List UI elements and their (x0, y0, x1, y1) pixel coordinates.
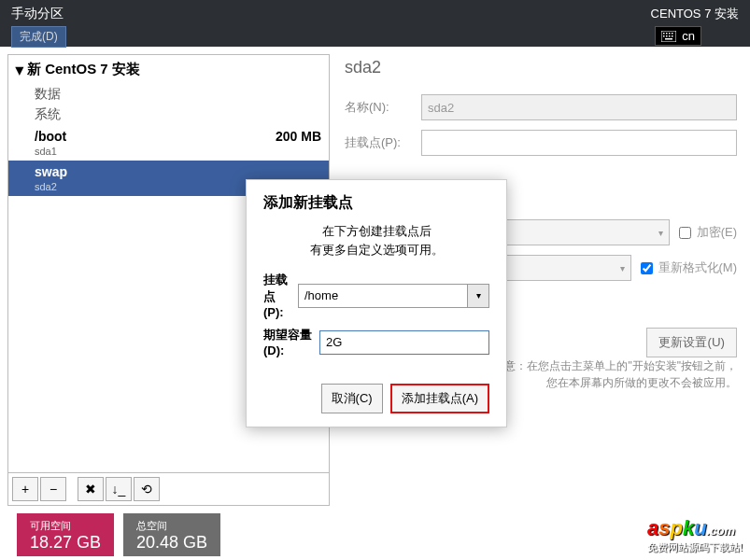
svg-rect-4 (672, 33, 673, 35)
done-button[interactable]: 完成(D) (11, 26, 66, 48)
add-partition-button[interactable]: + (12, 477, 38, 501)
mount-label: 挂载点(P): (345, 134, 412, 151)
dialog-size-label: 期望容量(D): (263, 327, 312, 357)
note-line2: 您在本屏幕内所做的更改不会被应用。 (546, 376, 737, 389)
keyboard-layout: cn (682, 29, 695, 43)
add-mountpoint-dialog: 添加新挂载点 在下方创建挂载点后 有更多自定义选项可用。 挂载点(P): ▾ 期… (246, 179, 507, 427)
partition-name: swap (35, 164, 67, 179)
available-space-box: 可用空间 18.27 GB (17, 513, 114, 556)
expand-icon: ▶ (14, 67, 26, 75)
svg-rect-8 (672, 35, 673, 37)
svg-rect-1 (663, 33, 665, 35)
reformat-checkbox[interactable] (641, 262, 653, 274)
encrypt-label: 加密(E) (697, 224, 737, 241)
partition-size: 200 MB (276, 129, 321, 157)
partition-device: sda2 (35, 181, 67, 192)
svg-rect-3 (669, 33, 671, 35)
page-title: 手动分区 (11, 6, 66, 22)
svg-rect-5 (663, 35, 665, 37)
svg-rect-9 (665, 38, 672, 40)
total-space-box: 总空间 20.48 GB (123, 513, 220, 556)
partition-name: /boot (35, 129, 66, 144)
keyboard-indicator[interactable]: cn (655, 26, 701, 46)
dialog-title: 添加新挂载点 (263, 193, 489, 213)
watermark: aspku.com 免费网站源码下载站! (647, 516, 743, 554)
update-settings-button[interactable]: 更新设置(U) (646, 328, 737, 357)
partition-item-boot[interactable]: /boot sda1 200 MB (8, 125, 329, 161)
keyboard-icon (661, 31, 676, 42)
dialog-text1: 在下方创建挂载点后 (322, 224, 432, 238)
dialog-mount-input[interactable] (298, 284, 467, 308)
svg-rect-6 (666, 35, 668, 37)
install-label: CENTOS 7 安装 (651, 6, 739, 22)
partition-device: sda1 (35, 146, 66, 157)
category-system: 系统 (8, 105, 329, 125)
cancel-button[interactable]: 取消(C) (321, 384, 383, 413)
chevron-down-icon: ▾ (658, 228, 663, 238)
tool-config-button[interactable]: ✖ (78, 477, 104, 501)
note-line1: 注意：在您点击主菜单上的"开始安装"按钮之前， (493, 359, 737, 372)
total-label: 总空间 (136, 519, 207, 533)
available-value: 18.27 GB (30, 533, 101, 553)
tool-reset-button[interactable]: ↓_ (106, 477, 132, 501)
available-label: 可用空间 (30, 519, 101, 533)
category-data: 数据 (8, 84, 329, 105)
name-label: 名称(N): (345, 99, 412, 116)
encrypt-checkbox[interactable] (679, 227, 691, 239)
reset-icon: ↓_ (112, 482, 126, 497)
svg-rect-7 (669, 35, 671, 37)
remove-partition-button[interactable]: − (40, 477, 66, 501)
dialog-text2: 有更多自定义选项可用。 (310, 243, 444, 257)
wrench-icon: ✖ (85, 482, 96, 497)
chevron-down-icon: ▾ (620, 263, 625, 273)
dialog-mount-dropdown[interactable]: ▾ (467, 284, 489, 308)
dialog-size-input[interactable] (319, 330, 489, 355)
partition-detail-title: sda2 (345, 58, 737, 77)
total-value: 20.48 GB (136, 533, 207, 553)
tree-root[interactable]: ▶新 CentOS 7 安装 (8, 55, 329, 84)
reformat-label: 重新格式化(M) (658, 259, 738, 276)
svg-rect-2 (666, 33, 668, 35)
mount-field[interactable] (421, 130, 737, 156)
chevron-down-icon: ▾ (476, 290, 481, 301)
tool-refresh-button[interactable]: ⟲ (134, 477, 160, 501)
dialog-mount-label: 挂载点(P): (263, 272, 290, 319)
name-field[interactable] (421, 94, 737, 120)
refresh-icon: ⟲ (141, 482, 152, 497)
watermark-tagline: 免费网站源码下载站! (647, 541, 743, 553)
add-mountpoint-button[interactable]: 添加挂载点(A) (390, 384, 489, 413)
